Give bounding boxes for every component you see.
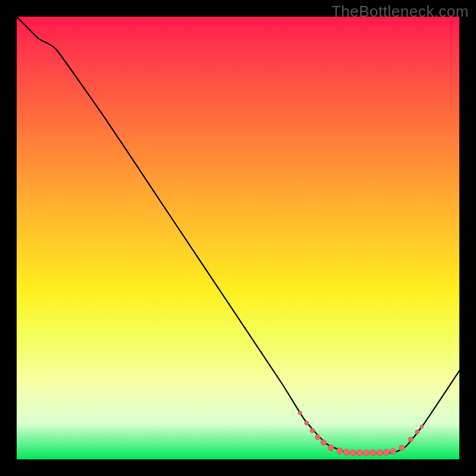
valley-dot [337,448,343,455]
valley-dot [305,421,309,425]
valley-dot [377,449,383,456]
valley-dot [356,449,363,456]
bottleneck-curve [17,17,459,453]
valley-dot [298,411,302,415]
valley-dot [350,449,356,456]
valley-dot [415,430,419,434]
chart-frame: TheBottleneck.com [0,0,476,476]
valley-dot [310,428,315,433]
valley-dot [399,445,405,451]
curve-layer [17,17,459,459]
valley-dot [328,445,334,451]
valley-dot [363,449,369,456]
valley-dot [390,448,396,454]
watermark-text: TheBottleneck.com [331,2,469,21]
valley-dot [315,434,321,440]
valley-dot [420,425,424,428]
valley-dot [321,440,327,446]
valley-dot [370,449,377,456]
valley-dot [343,449,350,456]
valley-dot [383,449,390,456]
valley-dot [408,437,413,441]
